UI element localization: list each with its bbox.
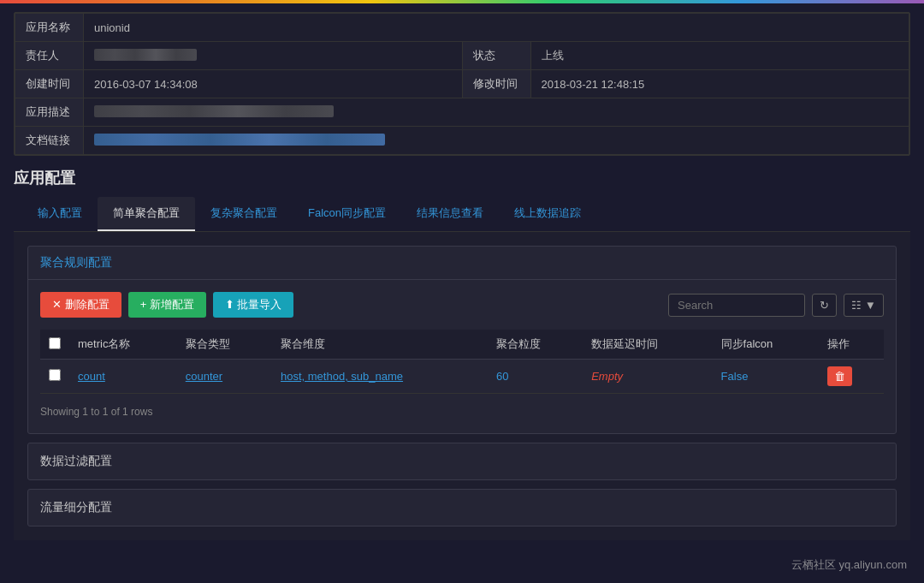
col-sync-falcon: 同步falcon — [713, 330, 820, 360]
rules-section: 聚合规则配置 ✕ 删除配置 + 新增配置 ⬆ 批量导入 ↻ ☷ ▼ — [27, 246, 897, 434]
showing-text: Showing 1 to 1 of 1 rows — [40, 402, 884, 421]
app-desc-value — [84, 98, 909, 127]
row-delete-button[interactable]: 🗑 — [827, 366, 852, 386]
tab-content: 聚合规则配置 ✕ 删除配置 + 新增配置 ⬆ 批量导入 ↻ ☷ ▼ — [14, 232, 910, 540]
tab-falcon-sync[interactable]: Falcon同步配置 — [293, 197, 401, 231]
column-select-button[interactable]: ☷ ▼ — [844, 294, 884, 317]
tab-input-config[interactable]: 输入配置 — [22, 197, 98, 231]
data-filter-section[interactable]: 数据过滤配置 — [27, 443, 897, 480]
doc-link-value[interactable] — [84, 127, 909, 155]
status-label: 状态 — [462, 42, 530, 70]
owner-label: 责任人 — [15, 42, 84, 70]
rules-section-body: ✕ 删除配置 + 新增配置 ⬆ 批量导入 ↻ ☷ ▼ — [28, 280, 896, 433]
tab-result-info[interactable]: 结果信息查看 — [401, 197, 499, 231]
col-action: 操作 — [819, 330, 884, 360]
select-all-checkbox[interactable] — [49, 337, 61, 349]
row-sync-falcon[interactable]: False — [713, 360, 820, 394]
row-metric[interactable]: count — [69, 360, 177, 394]
tab-simple-agg[interactable]: 简单聚合配置 — [98, 197, 195, 231]
doc-link-label: 文档链接 — [15, 127, 84, 155]
status-value: 上线 — [530, 42, 909, 70]
create-time-label: 创建时间 — [15, 70, 84, 98]
table-row: count counter host, method, sub_name 60 — [40, 360, 884, 394]
row-agg-type[interactable]: counter — [177, 360, 272, 394]
top-bar — [0, 0, 924, 3]
create-time-value: 2016-03-07 14:34:08 — [84, 70, 463, 98]
row-checkbox-cell — [40, 360, 69, 394]
rules-section-header: 聚合规则配置 — [28, 247, 896, 280]
col-agg-dim: 聚合维度 — [272, 330, 488, 360]
watermark: 云栖社区 yq.aliyun.com — [791, 557, 907, 573]
row-agg-granularity[interactable]: 60 — [488, 360, 583, 394]
app-name-value: unionid — [84, 14, 909, 42]
modify-time-label: 修改时间 — [462, 70, 530, 98]
batch-import-button[interactable]: ⬆ 批量导入 — [213, 292, 294, 318]
traffic-segment-section[interactable]: 流量细分配置 — [27, 489, 897, 526]
tabs-container: 输入配置 简单聚合配置 复杂聚合配置 Falcon同步配置 结果信息查看 线上数… — [14, 197, 910, 232]
col-agg-granularity: 聚合粒度 — [488, 330, 583, 360]
app-info-section: 应用名称 unionid 责任人 状态 上线 创建时间 2016-03-07 1… — [0, 12, 924, 156]
owner-value — [84, 42, 463, 70]
delete-config-button[interactable]: ✕ 删除配置 — [40, 292, 121, 318]
app-desc-label: 应用描述 — [15, 98, 84, 127]
col-data-delay: 数据延迟时间 — [583, 330, 712, 360]
add-config-button[interactable]: + 新增配置 — [128, 292, 206, 318]
search-input[interactable] — [668, 294, 805, 317]
row-action: 🗑 — [819, 360, 884, 394]
app-config: 输入配置 简单聚合配置 复杂聚合配置 Falcon同步配置 结果信息查看 线上数… — [14, 197, 910, 540]
refresh-button[interactable]: ↻ — [812, 294, 837, 317]
modify-time-value: 2018-03-21 12:48:15 — [530, 70, 909, 98]
row-checkbox[interactable] — [49, 369, 61, 381]
row-agg-dim[interactable]: host, method, sub_name — [272, 360, 488, 394]
tab-online-trace[interactable]: 线上数据追踪 — [499, 197, 596, 231]
app-name-label: 应用名称 — [15, 14, 84, 42]
toolbar: ✕ 删除配置 + 新增配置 ⬆ 批量导入 ↻ ☷ ▼ — [40, 292, 884, 318]
col-agg-type: 聚合类型 — [177, 330, 272, 360]
tab-complex-agg[interactable]: 复杂聚合配置 — [195, 197, 293, 231]
col-checkbox — [40, 330, 69, 360]
data-table: metric名称 聚合类型 聚合维度 聚合粒度 数据延迟时间 同步falcon … — [40, 330, 884, 394]
section-title: 应用配置 — [0, 156, 924, 197]
col-metric: metric名称 — [69, 330, 177, 360]
toolbar-right: ↻ ☷ ▼ — [668, 294, 884, 317]
row-data-delay[interactable]: Empty — [583, 360, 712, 394]
